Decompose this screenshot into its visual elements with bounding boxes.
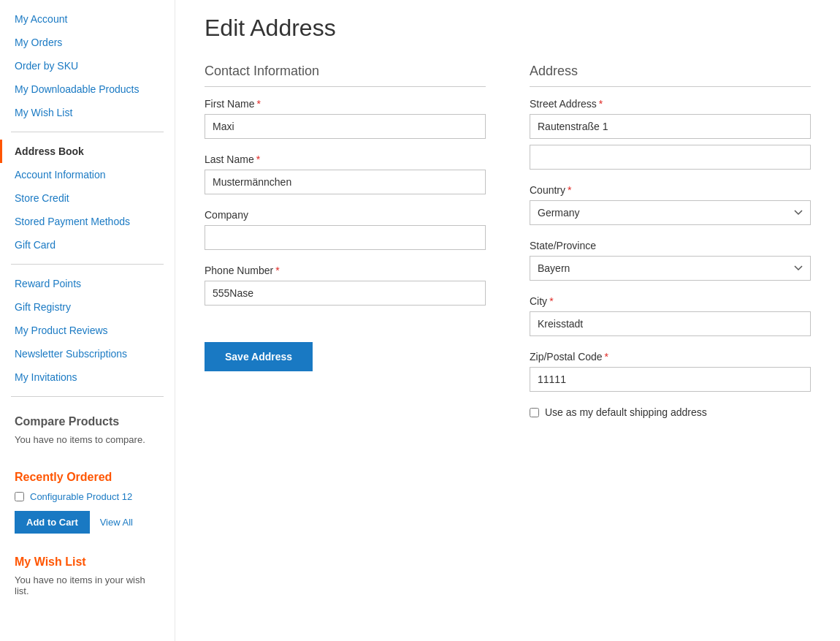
- phone-number-label: Phone Number*: [205, 265, 486, 276]
- city-required: *: [549, 295, 553, 307]
- city-input[interactable]: [530, 311, 811, 336]
- sidebar-divider-1: [11, 132, 164, 132]
- state-province-group: State/Province Bayern Berlin Hamburg Hes…: [530, 240, 811, 281]
- compare-products-title: Compare Products: [15, 415, 160, 428]
- sidebar: My Account My Orders Order by SKU My Dow…: [0, 0, 175, 641]
- wish-list-widget: My Wish List You have no items in your w…: [0, 548, 175, 604]
- zip-postal-code-group: Zip/Postal Code*: [530, 351, 811, 392]
- sidebar-item-my-orders[interactable]: My Orders: [0, 31, 175, 54]
- sidebar-item-order-by-sku[interactable]: Order by SKU: [0, 54, 175, 77]
- sidebar-item-gift-registry[interactable]: Gift Registry: [0, 295, 175, 319]
- street-address-input-2[interactable]: [530, 145, 811, 170]
- zip-required: *: [605, 351, 608, 363]
- street-address-input-1[interactable]: [530, 114, 811, 139]
- city-label: City*: [530, 295, 811, 307]
- recently-ordered-title: Recently Ordered: [15, 471, 160, 484]
- street-address-group: Street Address*: [530, 98, 811, 170]
- recently-ordered-product-link[interactable]: Configurable Product 12: [30, 491, 132, 502]
- phone-required: *: [275, 265, 279, 276]
- compare-products-widget: Compare Products You have no items to co…: [0, 404, 175, 463]
- sidebar-item-my-account[interactable]: My Account: [0, 7, 175, 31]
- first-name-group: First Name*: [205, 98, 486, 139]
- zip-input[interactable]: [530, 367, 811, 392]
- city-group: City*: [530, 295, 811, 336]
- state-province-label: State/Province: [530, 240, 811, 251]
- first-name-input[interactable]: [205, 114, 486, 139]
- company-label: Company: [205, 209, 486, 221]
- phone-number-group: Phone Number*: [205, 265, 486, 306]
- sidebar-divider-3: [11, 396, 164, 397]
- sidebar-item-gift-card[interactable]: Gift Card: [0, 233, 175, 257]
- address-section-title: Address: [530, 64, 811, 87]
- recently-ordered-widget: Recently Ordered Configurable Product 12…: [0, 463, 175, 541]
- last-name-label: Last Name*: [205, 153, 486, 165]
- sidebar-item-address-book[interactable]: Address Book: [0, 140, 175, 163]
- street-required: *: [599, 98, 603, 110]
- default-shipping-checkbox[interactable]: [530, 408, 539, 417]
- company-group: Company: [205, 209, 486, 250]
- phone-number-input[interactable]: [205, 281, 486, 306]
- sidebar-item-my-wish-list[interactable]: My Wish List: [0, 101, 175, 124]
- save-button-container: Save Address: [205, 327, 486, 371]
- last-name-group: Last Name*: [205, 153, 486, 194]
- default-shipping-label: Use as my default shipping address: [545, 406, 707, 418]
- country-label: Country*: [530, 184, 811, 196]
- company-input[interactable]: [205, 225, 486, 250]
- sidebar-item-my-product-reviews[interactable]: My Product Reviews: [0, 319, 175, 342]
- add-to-cart-button[interactable]: Add to Cart: [15, 511, 90, 534]
- address-column: Address Street Address* Country* Germany…: [530, 64, 811, 418]
- zip-label: Zip/Postal Code*: [530, 351, 811, 363]
- default-shipping-row: Use as my default shipping address: [530, 406, 811, 418]
- sidebar-item-my-invitations[interactable]: My Invitations: [0, 365, 175, 389]
- compare-products-empty: You have no items to compare.: [15, 434, 160, 445]
- sidebar-item-stored-payment-methods[interactable]: Stored Payment Methods: [0, 210, 175, 233]
- recently-ordered-product-row: Configurable Product 12: [15, 491, 160, 502]
- view-all-link[interactable]: View All: [100, 517, 133, 528]
- wish-list-empty: You have no items in your wish list.: [15, 574, 160, 596]
- sidebar-item-newsletter-subscriptions[interactable]: Newsletter Subscriptions: [0, 342, 175, 365]
- wish-list-title: My Wish List: [15, 555, 160, 569]
- first-name-required: *: [256, 98, 260, 110]
- sidebar-item-store-credit[interactable]: Store Credit: [0, 186, 175, 210]
- main-content: Edit Address Contact Information First N…: [175, 0, 840, 641]
- last-name-input[interactable]: [205, 170, 486, 194]
- sidebar-divider-2: [11, 264, 164, 265]
- sidebar-item-reward-points[interactable]: Reward Points: [0, 272, 175, 295]
- country-select[interactable]: Germany Austria Switzerland United State…: [530, 200, 811, 225]
- save-address-button[interactable]: Save Address: [205, 342, 313, 371]
- contact-section-title: Contact Information: [205, 64, 486, 87]
- last-name-required: *: [256, 153, 260, 165]
- first-name-label: First Name*: [205, 98, 486, 110]
- recently-ordered-checkbox[interactable]: [15, 492, 24, 501]
- recently-ordered-actions: Add to Cart View All: [15, 511, 160, 534]
- sidebar-item-my-downloadable-products[interactable]: My Downloadable Products: [0, 77, 175, 101]
- country-required: *: [568, 184, 571, 196]
- street-address-label: Street Address*: [530, 98, 811, 110]
- contact-information-column: Contact Information First Name* Last Nam…: [205, 64, 486, 418]
- page-title: Edit Address: [205, 15, 811, 42]
- sidebar-item-account-information[interactable]: Account Information: [0, 163, 175, 186]
- state-province-select[interactable]: Bayern Berlin Hamburg Hessen Nordrhein-W…: [530, 256, 811, 281]
- country-group: Country* Germany Austria Switzerland Uni…: [530, 184, 811, 225]
- form-columns: Contact Information First Name* Last Nam…: [205, 64, 811, 418]
